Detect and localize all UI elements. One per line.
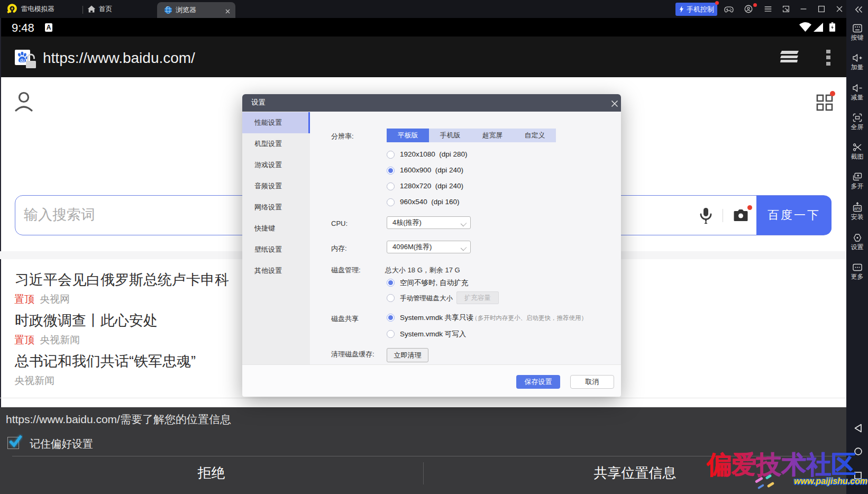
svg-text:du: du [20, 58, 25, 63]
svg-text:APK: APK [854, 207, 861, 211]
